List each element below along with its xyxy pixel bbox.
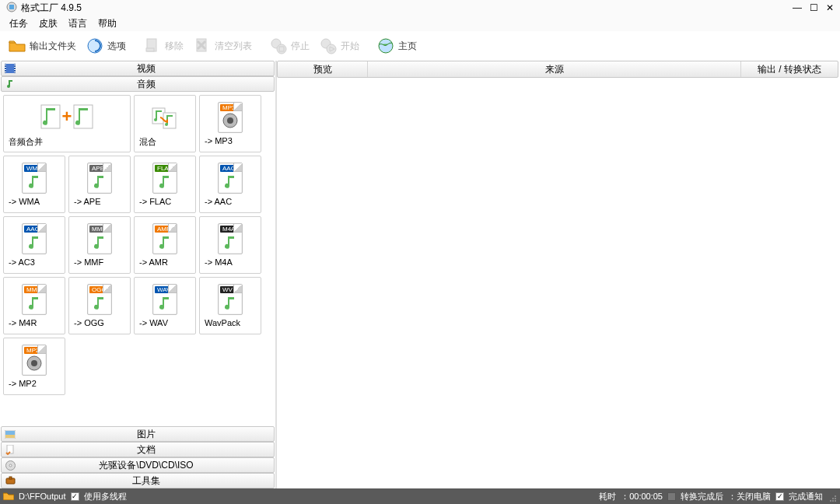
svg-rect-38 [9, 477, 12, 479]
tile-[interactable]: 混合 [134, 95, 196, 152]
tile-label: -> FLAC [135, 195, 195, 208]
task-list-header: 预览 来源 输出 / 转换状态 [277, 61, 838, 78]
tile-wma[interactable]: WMA-> WMA [3, 156, 65, 213]
svg-rect-17 [5, 72, 6, 72]
svg-rect-8 [279, 47, 284, 51]
right-pane: 预览 来源 输出 / 转换状态 [277, 61, 840, 488]
tile-mp2[interactable]: MP2-> MP2 [3, 338, 65, 395]
status-after-check[interactable] [667, 492, 676, 501]
tile-amr[interactable]: AMR-> AMR [134, 216, 196, 274]
tile-mp3[interactable]: MP3-> MP3 [199, 95, 261, 152]
tile-label: -> M4R [4, 317, 65, 329]
tb-start-label: 开始 [341, 40, 359, 53]
tile-ac3[interactable]: AAC-> AC3 [3, 216, 65, 274]
category-document[interactable]: 文档 [1, 442, 275, 457]
tile-icon [151, 100, 179, 135]
maximize-button[interactable]: ☐ [810, 2, 818, 13]
tile-label: -> AC3 [4, 256, 65, 268]
tb-remove-label: 移除 [165, 40, 184, 53]
category-tools-label: 工具集 [19, 474, 274, 488]
minimize-button[interactable]: — [793, 2, 802, 13]
window-title: 格式工厂 4.9.5 [21, 2, 82, 15]
tile-icon: WMA [20, 161, 48, 195]
tb-remove[interactable]: 移除 [140, 35, 187, 57]
category-video[interactable]: 视频 [1, 61, 275, 76]
menu-help[interactable]: 帮助 [98, 17, 117, 30]
audio-tiles-grid: +音频合并混合MP3-> MP3WMA-> WMAAPE-> APEFLA-> … [3, 95, 272, 395]
status-folder-icon[interactable] [3, 491, 14, 502]
svg-rect-14 [5, 65, 6, 65]
category-tools[interactable]: 工具集 [1, 473, 275, 488]
svg-rect-4 [146, 48, 154, 51]
svg-rect-16 [5, 69, 6, 70]
svg-rect-1 [9, 5, 14, 9]
options-icon [86, 37, 104, 55]
status-multithread-check[interactable]: ✓ [71, 492, 79, 501]
tb-stop-label: 停止 [291, 40, 310, 53]
category-document-label: 文档 [19, 443, 274, 457]
tile-flac[interactable]: FLA-> FLAC [134, 156, 196, 213]
tile-ape[interactable]: APE-> APE [68, 156, 131, 213]
document-icon [2, 445, 19, 455]
menu-skin[interactable]: 皮肤 [39, 17, 58, 30]
status-output-path[interactable]: D:\FFOutput [19, 492, 66, 501]
close-button[interactable]: ✕ [826, 2, 834, 13]
folder-open-icon [8, 37, 26, 55]
tile-label: -> WMA [4, 195, 65, 208]
tile-icon: + [36, 100, 98, 135]
svg-rect-18 [14, 65, 16, 65]
tile-ogg[interactable]: OGG-> OGG [68, 277, 131, 334]
resize-grip[interactable] [828, 493, 837, 502]
disc-icon [2, 460, 19, 471]
tile-label: -> MP3 [200, 135, 261, 147]
image-icon [2, 430, 19, 439]
col-source[interactable]: 来源 [368, 61, 741, 77]
svg-rect-19 [14, 67, 16, 68]
menu-language[interactable]: 语言 [68, 17, 87, 30]
menu-task[interactable]: 任务 [9, 17, 28, 30]
stop-icon [269, 37, 288, 55]
tb-options[interactable]: 选项 [82, 35, 129, 57]
tile-m4a[interactable]: M4A-> M4A [199, 216, 261, 274]
status-notify-check[interactable]: ✓ [775, 492, 784, 501]
left-pane: 视频 音频 +音频合并混合MP3-> MP3WMA-> WMAAPE-> APE… [0, 61, 277, 488]
tb-home[interactable]: 主页 [373, 35, 420, 57]
start-icon [319, 37, 338, 55]
tile-label: WavPack [200, 317, 261, 329]
tile-mmf[interactable]: MMF-> MMF [68, 216, 131, 274]
category-picture[interactable]: 图片 [1, 426, 275, 442]
svg-rect-21 [14, 72, 16, 72]
status-notify-label: 完成通知 [789, 491, 823, 502]
status-elapsed-value: ：00:00:05 [621, 491, 663, 502]
tile-wav[interactable]: WAV-> WAV [134, 277, 196, 334]
tile-icon: MP2 [20, 343, 48, 377]
col-preview[interactable]: 预览 [278, 61, 368, 77]
tb-clearlist[interactable]: 清空列表 [190, 35, 255, 57]
svg-text:+: + [62, 107, 72, 126]
tb-stop[interactable]: 停止 [266, 35, 313, 57]
status-elapsed-label: 耗时 [599, 491, 616, 502]
category-disc-label: 光驱设备\DVD\CD\ISO [19, 459, 274, 472]
tile-m4r[interactable]: MMF-> M4R [3, 277, 65, 334]
tb-start[interactable]: 开始 [316, 35, 362, 57]
tb-output-folder-label: 输出文件夹 [30, 40, 76, 53]
tile-icon: MMF [20, 282, 48, 317]
status-bar: D:\FFOutput ✓ 使用多线程 耗时：00:00:05 转换完成后：关闭… [0, 488, 840, 504]
film-icon [2, 64, 19, 73]
category-audio[interactable]: 音频 [1, 76, 275, 92]
tile-[interactable]: +音频合并 [3, 95, 131, 152]
tile-aac[interactable]: AAC-> AAC [199, 156, 261, 213]
task-list-body[interactable] [277, 78, 840, 488]
category-disc[interactable]: 光驱设备\DVD\CD\ISO [1, 457, 275, 473]
category-video-label: 视频 [19, 62, 274, 75]
tb-home-label: 主页 [398, 40, 417, 53]
svg-point-36 [9, 464, 12, 467]
col-status[interactable]: 输出 / 转换状态 [741, 61, 838, 77]
tile-label: -> APE [69, 195, 130, 208]
tile-wavpack[interactable]: WVWavPack [199, 277, 261, 334]
tile-icon: AMR [151, 222, 179, 256]
tb-output-folder[interactable]: 输出文件夹 [5, 35, 79, 57]
tb-clearlist-label: 清空列表 [215, 40, 252, 53]
tile-icon: FLA [151, 161, 179, 195]
tb-options-label: 选项 [107, 40, 126, 53]
